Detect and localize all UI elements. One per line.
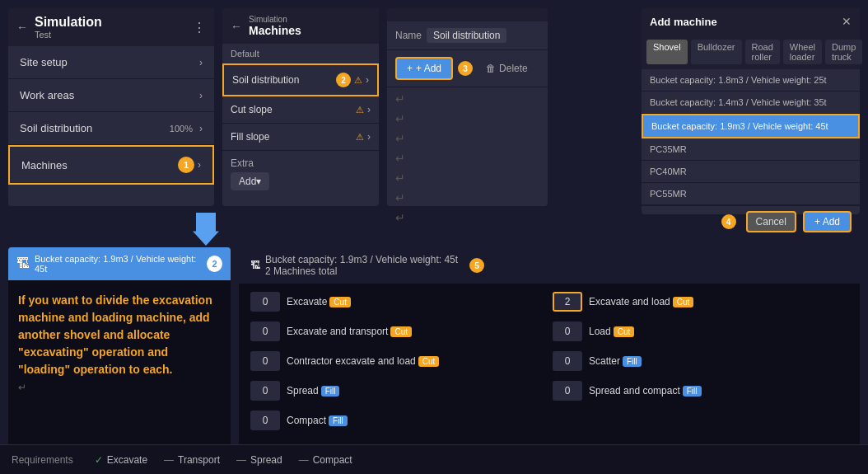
panel-menu-icon[interactable]: ⋮ bbox=[193, 20, 206, 35]
add-machine-footer: 4 Cancel + Add bbox=[642, 205, 860, 237]
sim-title-group: Simulation Test bbox=[35, 15, 193, 40]
footer-item-spread: — Spread bbox=[236, 454, 282, 466]
dash-icon: — bbox=[164, 454, 174, 466]
op-value[interactable]: 0 bbox=[250, 381, 280, 401]
machine-item-cut[interactable]: Cut slope ⚠ › bbox=[222, 96, 379, 124]
op-value[interactable]: 0 bbox=[250, 321, 280, 341]
op-label: Excavate and transportCut bbox=[287, 326, 412, 337]
cancel-button[interactable]: Cancel bbox=[746, 211, 796, 232]
nav-work-areas[interactable]: Work areas › bbox=[8, 79, 214, 112]
add-main-button[interactable]: + + Add bbox=[395, 57, 453, 80]
op-value[interactable]: 0 bbox=[553, 321, 582, 341]
bottom-left-panel: 🏗 Bucket capacity: 1.9m3 / Vehicle weigh… bbox=[8, 247, 231, 474]
machine-opt-0[interactable]: Bucket capacity: 1.8m3 / Vehicle weight:… bbox=[642, 69, 860, 92]
machines-title-group: Simulation Machines bbox=[249, 15, 371, 37]
machine-opt-3[interactable]: PC35MR bbox=[642, 138, 860, 161]
nav-arrow-icon: › bbox=[199, 57, 203, 68]
op-value[interactable]: 2 bbox=[553, 292, 582, 312]
op-value[interactable]: 0 bbox=[553, 381, 582, 401]
machine-info-label: Bucket capacity: 1.9m3 / Vehicle weight:… bbox=[35, 254, 202, 274]
description-text: If you want to divide the excavation mac… bbox=[18, 292, 221, 378]
op-tag: Cut bbox=[418, 356, 440, 367]
op-value[interactable]: 0 bbox=[250, 292, 280, 312]
panel-simulation: ← Simulation Test ⋮ Site setup › Work ar… bbox=[8, 8, 214, 206]
nav-arrow-icon: › bbox=[199, 90, 203, 101]
machine-item-fill[interactable]: Fill slope ⚠ › bbox=[222, 124, 379, 151]
arrow-right-icon: › bbox=[367, 104, 371, 115]
op-row-left-1: 0 Excavate and transportCut bbox=[247, 317, 549, 346]
op-value[interactable]: 0 bbox=[553, 351, 582, 371]
warning-icon: ⚠ bbox=[356, 105, 364, 115]
add-final-button[interactable]: + Add bbox=[803, 211, 852, 232]
extra-label: Extra bbox=[231, 157, 371, 169]
machine-opt-1[interactable]: Bucket capacity: 1.4m3 / Vehicle weight:… bbox=[642, 92, 860, 114]
machines-breadcrumb: Simulation bbox=[249, 15, 371, 24]
ops-header: 🏗 Bucket capacity: 1.9m3 / Vehicle weigh… bbox=[239, 247, 860, 284]
op-tag: Fill bbox=[623, 356, 642, 367]
nav-site-setup[interactable]: Site setup › bbox=[8, 46, 214, 79]
footer-compact-label: Compact bbox=[313, 454, 352, 466]
ops-header-content: Bucket capacity: 1.9m3 / Vehicle weight:… bbox=[265, 254, 458, 277]
back-icon[interactable]: ← bbox=[16, 21, 28, 34]
nav-soil-distribution[interactable]: Soil distribution 100% › bbox=[8, 112, 214, 145]
footer-item-compact: — Compact bbox=[299, 454, 352, 466]
tab-road-roller[interactable]: Road roller bbox=[745, 40, 780, 64]
machine-opt-2[interactable]: Bucket capacity: 1.9m3 / Vehicle weight:… bbox=[642, 114, 860, 138]
nav-arrow-icon: › bbox=[198, 159, 201, 171]
op-tag: Cut bbox=[614, 326, 635, 337]
bottom-section: 🏗 Bucket capacity: 1.9m3 / Vehicle weigh… bbox=[0, 247, 868, 474]
op-label: CompactFill bbox=[287, 415, 348, 426]
op-row-right-2: 0 ScatterFill bbox=[549, 346, 852, 376]
op-value[interactable]: 0 bbox=[250, 351, 280, 371]
trash-icon: 🗑 bbox=[486, 63, 496, 74]
machine-opt-4[interactable]: PC40MR bbox=[642, 161, 860, 183]
op-row-left-3: 0 SpreadFill bbox=[247, 376, 549, 406]
sim-header: ← Simulation Test ⋮ bbox=[8, 8, 214, 46]
panel-machines: ← Simulation Machines Default Soil distr… bbox=[222, 8, 379, 206]
return-line: ↵ bbox=[395, 92, 539, 106]
nav-machines[interactable]: Machines 1 › bbox=[8, 145, 214, 185]
back-icon[interactable]: ← bbox=[231, 20, 242, 33]
add-small-button[interactable]: Add ▾ bbox=[231, 172, 269, 190]
name-label: Name bbox=[395, 30, 422, 41]
soil-name-row: Name Soil distribution bbox=[387, 21, 548, 50]
tab-shovel[interactable]: Shovel bbox=[646, 40, 688, 64]
machine-opt-5[interactable]: PC55MR bbox=[642, 183, 860, 205]
panel-add-machine: Add machine ✕ Shovel Bulldozer Road roll… bbox=[642, 8, 860, 214]
return-line: ↵ bbox=[395, 211, 539, 224]
tab-wheel-loader[interactable]: Wheel loader bbox=[783, 40, 822, 64]
op-tag: Fill bbox=[683, 386, 702, 397]
name-value: Soil distribution bbox=[427, 28, 506, 43]
machines-section: Default bbox=[222, 44, 379, 63]
op-label: Spread and compactFill bbox=[589, 385, 702, 397]
return-line: ↵ bbox=[395, 152, 539, 165]
nav-machines-label: Machines bbox=[21, 159, 178, 171]
tab-bulldozer[interactable]: Bulldozer bbox=[691, 40, 742, 64]
op-tag: Fill bbox=[321, 386, 340, 397]
machine-info-bar: 🏗 Bucket capacity: 1.9m3 / Vehicle weigh… bbox=[8, 247, 231, 280]
step2-badge: 2 bbox=[336, 73, 351, 87]
sim-title: Simulation bbox=[35, 15, 193, 30]
close-icon[interactable]: ✕ bbox=[842, 15, 852, 28]
add-machine-title: Add machine bbox=[650, 16, 842, 28]
op-label: SpreadFill bbox=[287, 385, 339, 397]
op-row-right-3: 0 Spread and compactFill bbox=[549, 376, 852, 406]
tab-dump-truck[interactable]: Dump truck bbox=[825, 40, 862, 64]
step5-badge: 5 bbox=[469, 258, 484, 273]
arrow-down-container bbox=[189, 213, 222, 246]
op-tag: Cut bbox=[390, 326, 412, 337]
return-line: ↵ bbox=[395, 171, 539, 185]
machine-item-soil[interactable]: Soil distribution 2 ⚠ › bbox=[222, 63, 379, 96]
op-row-left-4: 0 CompactFill bbox=[247, 406, 549, 435]
op-row-right-0: 2 Excavate and loadCut bbox=[549, 287, 852, 317]
op-label: LoadCut bbox=[589, 326, 634, 337]
soil-detail-header bbox=[387, 8, 548, 21]
delete-button[interactable]: 🗑 Delete bbox=[478, 59, 536, 78]
add-machine-header: Add machine ✕ bbox=[642, 8, 860, 35]
arrow-down-icon bbox=[189, 213, 222, 246]
op-value[interactable]: 0 bbox=[250, 411, 280, 430]
nav-soil-label: Soil distribution bbox=[20, 122, 170, 134]
machines-header: ← Simulation Machines bbox=[222, 8, 379, 44]
machine-count-badge: 2 bbox=[207, 256, 222, 272]
panel-soil-detail: Name Soil distribution + + Add 3 🗑 Delet… bbox=[387, 8, 548, 206]
